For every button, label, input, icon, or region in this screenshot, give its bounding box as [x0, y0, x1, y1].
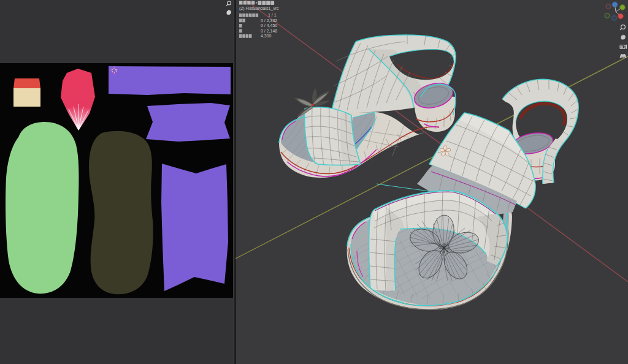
svg-text:(2) FlatSandals1_vrc: (2) FlatSandals1_vrc [239, 6, 279, 11]
svg-text:4,300: 4,300 [261, 34, 272, 38]
svg-text:0 / 2,332: 0 / 2,332 [261, 18, 277, 23]
svg-text:1 / 1: 1 / 1 [268, 13, 277, 17]
svg-text:0 / 4,450: 0 / 4,450 [261, 23, 277, 28]
svg-text:0 / 2,148: 0 / 2,148 [261, 29, 277, 33]
